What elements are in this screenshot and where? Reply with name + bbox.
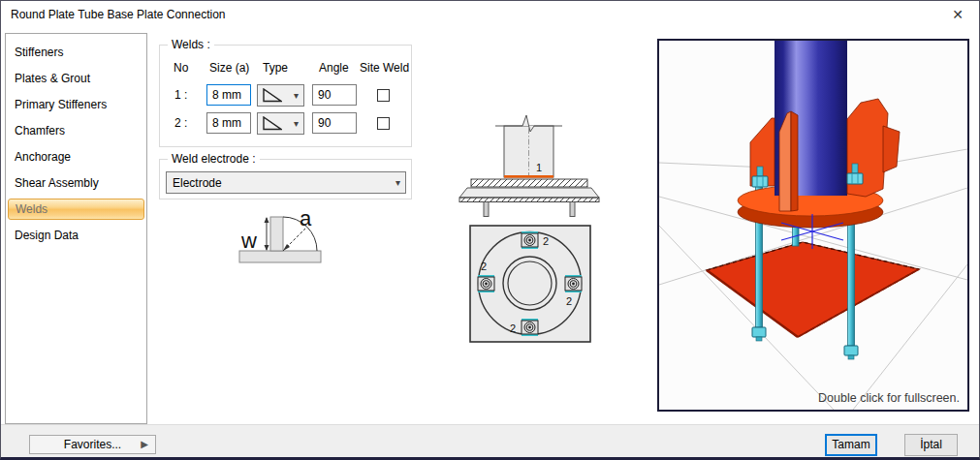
ok-button[interactable]: Tamam	[825, 434, 877, 456]
column-header-size: Size (a)	[209, 61, 249, 75]
chevron-down-icon: ▾	[395, 177, 405, 188]
fillet-weld-symbol-icon	[262, 88, 282, 103]
weld-type-dropdown-2[interactable]: ▾	[257, 112, 304, 135]
site-weld-checkbox-1[interactable]	[377, 89, 390, 102]
column-header-type: Type	[263, 61, 288, 75]
cancel-button[interactable]: İptal	[904, 434, 958, 456]
welds-group-title: Welds :	[168, 38, 214, 51]
weld-size-input-1[interactable]	[206, 84, 251, 106]
chevron-down-icon: ▾	[294, 90, 303, 101]
column-header-site-weld: Site Weld	[360, 61, 409, 75]
sidebar-item-plates-grout[interactable]: Plates & Grout	[6, 66, 146, 92]
fullscreen-hint: Double click for fullscreen.	[818, 391, 960, 405]
anchor-bolt-symbol	[565, 275, 582, 292]
electrode-dropdown-value: Electrode	[173, 176, 222, 190]
weld-leg-label: w	[240, 229, 257, 253]
bolt-count-label: 2	[481, 261, 487, 272]
sidebar-item-primary-stiffeners[interactable]: Primary Stiffeners	[6, 92, 146, 118]
column-header-angle: Angle	[319, 61, 349, 75]
sidebar-item-anchorage[interactable]: Anchorage	[6, 144, 146, 170]
weld-row-number: 1 :	[174, 88, 187, 102]
flyout-arrow-icon: ▶	[141, 436, 148, 453]
weld-throat-diagram: w a	[232, 208, 329, 266]
dialog-title: Round Plate Tube Base Plate Connection	[1, 8, 225, 21]
category-sidebar: Stiffeners Plates & Grout Primary Stiffe…	[5, 33, 147, 424]
sidebar-item-welds[interactable]: Welds	[8, 199, 144, 220]
weld-angle-input-1[interactable]	[312, 84, 357, 106]
footer-bar: Favorites... ▶ Tamam İptal	[1, 424, 979, 457]
electrode-dropdown[interactable]: Electrode ▾	[166, 171, 406, 194]
fillet-weld-symbol-icon	[262, 116, 282, 131]
close-icon[interactable]: ✕	[936, 1, 979, 28]
sidebar-item-design-data[interactable]: Design Data	[6, 223, 146, 249]
favorites-button[interactable]: Favorites... ▶	[29, 435, 156, 454]
weld-electrode-group: Weld electrode : Electrode ▾	[159, 159, 412, 199]
chevron-down-icon: ▾	[294, 118, 303, 129]
weld-throat-label: a	[300, 208, 312, 230]
bolt-count-label: 2	[566, 295, 572, 307]
bolt-count-label: 2	[543, 235, 549, 247]
plan-view-drawing: 2 2 2 2	[466, 222, 597, 348]
favorites-button-label: Favorites...	[64, 438, 121, 451]
weld-electrode-group-title: Weld electrode :	[168, 152, 260, 166]
sidebar-item-chamfers[interactable]: Chamfers	[6, 118, 146, 144]
weld-number-label: 1	[536, 162, 542, 173]
weld-angle-input-2[interactable]	[312, 112, 357, 134]
bolt-count-label: 2	[510, 322, 516, 334]
sidebar-item-shear-assembly[interactable]: Shear Assembly	[6, 170, 146, 197]
sidebar-item-stiffeners[interactable]: Stiffeners	[6, 40, 146, 66]
3d-viewer[interactable]: Double click for fullscreen.	[657, 39, 969, 412]
anchor-bolt-symbol	[478, 275, 494, 292]
title-bar: Round Plate Tube Base Plate Connection ✕	[1, 1, 979, 28]
weld-size-input-2[interactable]	[206, 112, 251, 134]
site-weld-checkbox-2[interactable]	[377, 117, 390, 130]
dialog-window: Round Plate Tube Base Plate Connection ✕…	[0, 0, 980, 460]
column-header-no: No	[174, 61, 188, 75]
side-elevation-drawing: 1	[455, 109, 624, 218]
weld-row-number: 2 :	[174, 116, 187, 130]
anchor-plate	[707, 242, 919, 337]
anchor-bolt-symbol	[522, 231, 538, 249]
weld-highlight	[504, 175, 553, 178]
welds-group: Welds : No Size (a) Type Angle Site Weld…	[159, 45, 412, 147]
anchor-bolt-symbol	[522, 319, 538, 336]
3d-connection-render	[659, 41, 967, 410]
weld-type-dropdown-1[interactable]: ▾	[257, 84, 304, 107]
